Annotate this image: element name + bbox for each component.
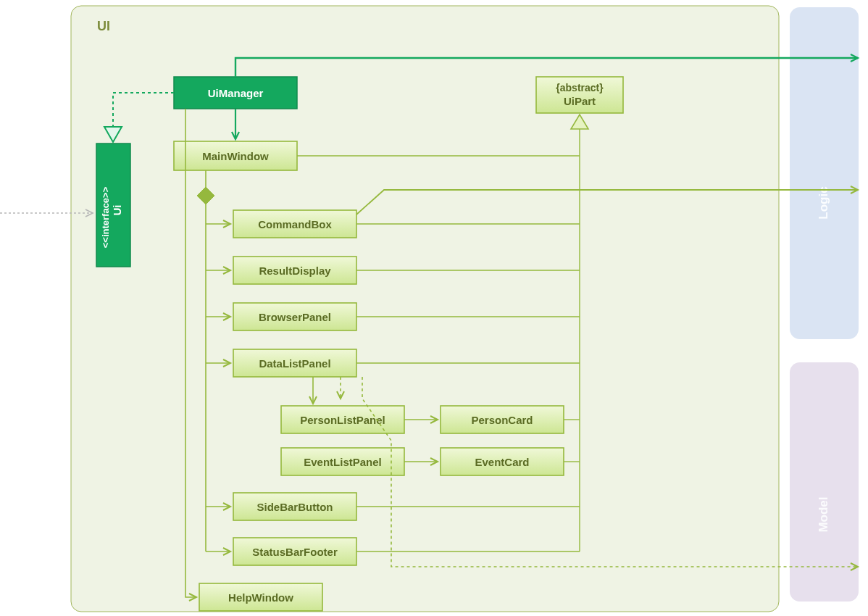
statusbarfooter-label: StatusBarFooter <box>252 546 338 558</box>
ui-interface-name: Ui <box>111 205 123 216</box>
external-model-box <box>790 362 859 602</box>
external-logic-box <box>790 7 859 339</box>
browserpanel-label: BrowserPanel <box>259 311 331 323</box>
uimanager-label: UiManager <box>208 87 264 99</box>
external-logic-label: Logic <box>817 186 830 219</box>
sidebarbutton-label: SideBarButton <box>257 501 333 513</box>
helpwindow-label: HelpWindow <box>228 591 293 604</box>
datalistpanel-label: DataListPanel <box>259 357 330 370</box>
uipart-label: UiPart <box>564 95 596 107</box>
ui-interface-stereotype: <<interface>> <box>100 186 111 248</box>
external-model-label: Model <box>817 496 830 532</box>
personlistpanel-label: PersonListPanel <box>300 414 385 426</box>
commandbox-label: CommandBox <box>258 218 332 230</box>
resultdisplay-label: ResultDisplay <box>259 265 331 277</box>
package-title: UI <box>97 19 110 33</box>
personcard-label: PersonCard <box>471 414 533 426</box>
eventcard-label: EventCard <box>475 456 529 468</box>
uml-class-diagram: UI Logic Model <<interface>> Ui UiManage… <box>0 0 868 616</box>
mainwindow-label: MainWindow <box>202 150 269 162</box>
uipart-stereotype: {abstract} <box>556 82 604 93</box>
